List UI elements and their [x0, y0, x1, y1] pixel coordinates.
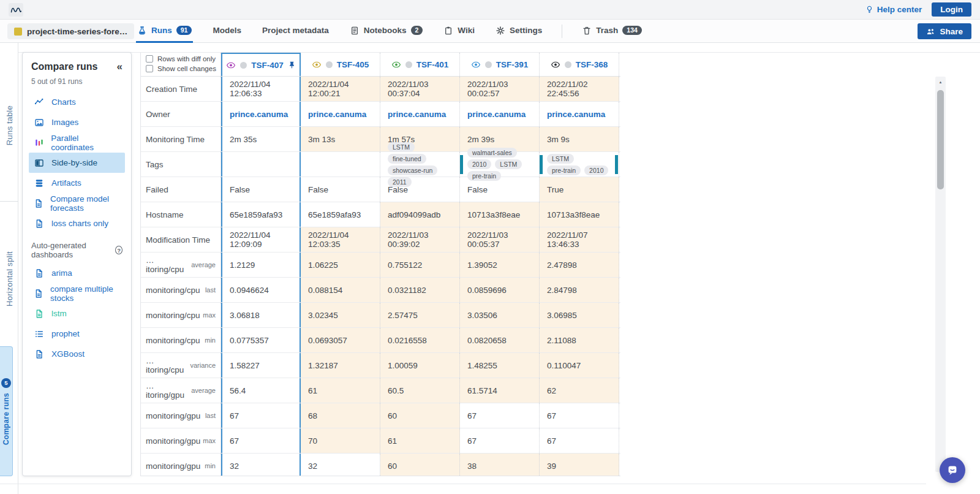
row-label-cell: Monitoring Time — [141, 127, 221, 151]
dashboard-item-lstm[interactable]: lstm — [29, 303, 125, 324]
tag-chip[interactable]: fine-tuned — [388, 154, 426, 164]
scroll-up-arrow[interactable]: ▲ — [935, 78, 946, 86]
tag-chip[interactable]: LSTM — [388, 142, 415, 152]
owner-link[interactable]: prince.canuma — [547, 110, 605, 119]
rail-tab-runs-table[interactable]: Runs table — [0, 80, 18, 172]
help-center-link[interactable]: Help center — [865, 5, 922, 14]
cell-value: 2.84798 — [547, 286, 577, 295]
value-cell-tsf-368: 2.47898 — [540, 253, 619, 277]
tag-chip[interactable]: pre-train — [547, 165, 581, 175]
owner-link[interactable]: prince.canuma — [230, 110, 288, 119]
tag-overflow-scrollbar[interactable] — [615, 155, 618, 174]
tab-wiki[interactable]: Wiki — [442, 20, 476, 43]
run-id-link[interactable]: TSF-407 — [251, 61, 284, 70]
dashboard-item-xgboost[interactable]: XGBoost — [29, 344, 125, 364]
value-cell-tsf-391: 3.03506 — [460, 303, 540, 327]
row-label-cell: monitoring/cpulast — [141, 278, 221, 302]
chat-launcher-button[interactable] — [940, 457, 965, 483]
dashboard-item-arima[interactable]: arima — [29, 263, 125, 283]
cell-value: 1.32187 — [308, 361, 338, 370]
cell-value: 0.0859696 — [467, 286, 507, 295]
project-selector[interactable]: project-time-series-fore… — [7, 23, 134, 39]
notebook-icon — [350, 26, 360, 36]
view-item-compare-model-forecasts[interactable]: Compare model forecasts — [29, 193, 125, 213]
cell-value: 3m 9s — [547, 135, 570, 144]
eye-visibility-icon[interactable] — [551, 60, 560, 69]
table-row-monitoring-cpu: monitoring/cpulast0.09466240.0881540.032… — [141, 278, 620, 303]
row-label-cell: monitoring/gpulast — [141, 403, 221, 428]
tag-chip[interactable]: LSTM — [547, 154, 574, 164]
value-cell-tsf-405: 3m 13s — [301, 127, 380, 151]
view-item-loss-charts-only[interactable]: loss charts only — [29, 213, 125, 234]
run-id-link[interactable]: TSF-401 — [417, 60, 449, 69]
view-list: ChartsImagesParallel coordinatesSide-by-… — [29, 92, 125, 234]
tag-overflow-scrollbar[interactable] — [460, 155, 463, 174]
run-id-link[interactable]: TSF-405 — [337, 60, 369, 69]
top-bar: Help center Login — [0, 0, 980, 20]
row-label: Modification Time — [146, 235, 210, 245]
tab-count-badge: 91 — [176, 26, 192, 35]
tag-chip[interactable]: 2010 — [467, 159, 491, 169]
nav-tabs: Runs91ModelsProject metadataNotebooks2Wi… — [136, 20, 643, 43]
dashboard-item-prophet[interactable]: prophet — [29, 324, 125, 344]
row-label: monitoring/gpu — [146, 462, 200, 471]
value-cell-tsf-401: adf094099adb — [380, 202, 460, 227]
value-cell-tsf-407: 56.4 — [221, 378, 301, 403]
view-item-artifacts[interactable]: Artifacts — [29, 173, 125, 193]
view-item-side-by-side[interactable]: Side-by-side — [29, 153, 125, 173]
rail-tab-compare-runs[interactable]: 5 Compare runs — [0, 346, 13, 476]
login-button[interactable]: Login — [932, 2, 971, 17]
eye-visibility-icon[interactable] — [312, 60, 322, 69]
eye-visibility-icon[interactable] — [471, 60, 481, 69]
neptune-logo[interactable] — [9, 3, 23, 17]
tab-notebooks[interactable]: Notebooks2 — [349, 20, 424, 43]
pin-icon[interactable] — [288, 61, 296, 69]
owner-link[interactable]: prince.canuma — [308, 110, 366, 119]
tab-runs[interactable]: Runs91 — [136, 20, 193, 43]
tab-project-metadata[interactable]: Project metadata — [261, 20, 330, 43]
view-item-images[interactable]: Images — [29, 112, 125, 132]
dashboard-item-compare-multiple-stocks[interactable]: compare multiple stocks — [29, 283, 125, 303]
doc-icon — [34, 219, 45, 229]
share-button[interactable]: Share — [918, 23, 971, 39]
doc-icon — [34, 349, 45, 359]
tab-models[interactable]: Models — [211, 20, 243, 43]
rail-tab-horizontal-split[interactable]: Horizontal split — [0, 227, 18, 331]
tab-settings[interactable]: Settings — [494, 20, 543, 43]
tab-count-badge: 134 — [622, 26, 642, 35]
value-cell-tsf-368: 2022/11/07 13:46:33 — [540, 227, 619, 252]
run-column-header-tsf-405: TSF-405 — [301, 53, 380, 76]
cell-value: 60 — [388, 411, 397, 420]
vertical-scrollbar[interactable]: ▲ — [935, 77, 946, 472]
owner-link[interactable]: prince.canuma — [388, 110, 446, 119]
view-item-parallel-coordinates[interactable]: Parallel coordinates — [29, 132, 125, 153]
run-id-link[interactable]: TSF-391 — [496, 60, 529, 69]
tag-chip[interactable]: walmart-sales — [467, 148, 517, 158]
run-id-link[interactable]: TSF-368 — [576, 60, 608, 69]
owner-link[interactable]: prince.canuma — [467, 110, 526, 119]
eye-visibility-icon[interactable] — [226, 61, 236, 70]
bottom-divider — [0, 484, 926, 484]
tag-chip[interactable]: LSTM — [495, 159, 522, 169]
view-item-charts[interactable]: Charts — [29, 92, 125, 112]
row-label-cell: Failed — [141, 177, 221, 202]
cell-value: 0.088154 — [308, 286, 342, 295]
value-cell-tsf-407: 67 — [221, 428, 301, 453]
value-cell-tsf-407: False — [221, 177, 301, 202]
compare-runs-panel: Compare runs « 5 out of 91 runs ChartsIm… — [22, 52, 132, 476]
show-cell-changes-checkbox[interactable] — [146, 65, 153, 72]
tag-chip[interactable]: 2010 — [584, 165, 608, 175]
rows-with-diff-checkbox[interactable] — [146, 55, 153, 63]
tag-chip[interactable]: showcase-run — [388, 165, 437, 175]
help-question-icon[interactable]: ? — [115, 246, 123, 254]
cell-value: False — [467, 185, 488, 194]
scrollbar-thumb[interactable] — [937, 90, 944, 189]
tag-overflow-scrollbar[interactable] — [540, 155, 543, 174]
value-cell-tsf-368: True — [540, 177, 619, 202]
value-cell-tsf-368: 2.84798 — [540, 278, 619, 302]
tab-trash[interactable]: Trash134 — [581, 20, 643, 43]
value-cell-tsf-391: 0.0859696 — [460, 278, 540, 302]
eye-visibility-icon[interactable] — [391, 60, 401, 69]
collapse-panel-icon[interactable]: « — [117, 61, 123, 73]
tab-label: Settings — [510, 26, 542, 35]
